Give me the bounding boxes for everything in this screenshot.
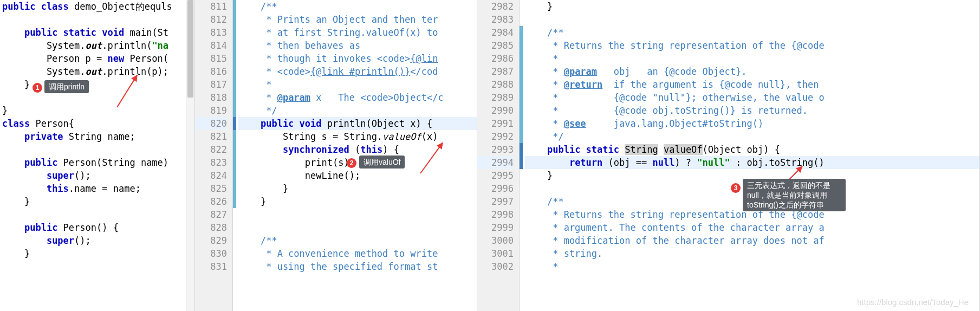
code-line[interactable]: * A convenience method to write [238,247,477,260]
code-area-1[interactable]: public class demo_Object的equls public st… [0,0,194,311]
line-number: 812 [195,13,227,26]
line-number: 2992 [477,130,514,143]
code-line[interactable]: public Person(String name) [2,156,194,169]
line-number: 823 [195,156,227,169]
code-line[interactable]: Person p = new Person( [2,52,194,65]
code-line[interactable]: } [525,0,979,13]
code-line[interactable] [238,221,477,234]
code-line[interactable]: private String name; [2,130,194,143]
line-number: 813 [195,26,227,39]
line-number: 818 [195,91,227,104]
code-line[interactable]: super(); [2,169,194,182]
code-line[interactable]: * using the specified format st [238,260,477,273]
code-line[interactable]: * Returns the string representation of t… [525,39,979,52]
code-line[interactable]: * string. [525,247,979,260]
code-area-3[interactable]: } /** * Returns the string representatio… [520,0,979,311]
line-number: 2999 [477,221,514,234]
code-line[interactable]: * <code>{@link #println()}</cod [238,65,477,78]
code-line[interactable]: * {@code "null"}; otherwise, the value o [525,91,979,104]
code-line[interactable]: * though it invokes <code>{@lin [238,52,477,65]
code-line[interactable]: * Prints an Object and then ter [238,13,477,26]
line-gutter-3: 2982298329842985298629872988298929902991… [477,0,520,311]
code-line[interactable]: public class demo_Object的equls [2,0,194,13]
code-line[interactable]: this.name = name; [2,182,194,195]
line-number: 2984 [477,26,514,39]
code-line[interactable]: * modification of the character array do… [525,234,979,247]
code-line[interactable]: public void println(Object x) { [238,117,477,130]
watermark-text: https://blog.csdn.net/Today_He [857,297,969,307]
line-number: 811 [195,0,227,13]
code-line[interactable] [2,208,194,221]
change-marker [520,143,523,156]
line-number: 2994 [477,156,514,169]
line-number: 824 [195,169,227,182]
line-number: 3001 [477,247,514,260]
code-line[interactable]: /** [525,26,979,39]
code-line[interactable]: * @see java.lang.Object#toString() [525,117,979,130]
code-line[interactable]: public Person() { [2,221,194,234]
code-line[interactable] [2,91,194,104]
change-marker [520,156,523,169]
scrollbar-1[interactable] [186,0,194,311]
code-line[interactable]: System.out.println("na [2,39,194,52]
line-number: 2987 [477,65,514,78]
code-line[interactable]: * argument. The contents of the characte… [525,221,979,234]
code-line[interactable]: } [238,195,477,208]
line-number: 3000 [477,234,514,247]
code-line[interactable]: * then behaves as [238,39,477,52]
line-number: 2995 [477,169,514,182]
code-line[interactable]: * at first String.valueOf(x) to [238,26,477,39]
code-line[interactable]: } [2,247,194,260]
line-number: 826 [195,195,227,208]
code-line[interactable]: } [238,182,477,195]
code-area-2[interactable]: /** * Prints an Object and then ter * at… [233,0,477,311]
code-line[interactable] [2,143,194,156]
line-number: 2988 [477,78,514,91]
code-line[interactable]: * @param obj an {@code Object}. [525,65,979,78]
code-line[interactable]: * {@code obj.toString()} is returned. [525,104,979,117]
code-line[interactable] [2,13,194,26]
line-number: 3002 [477,260,514,273]
annotation-tooltip-2: 调用valuOf [359,156,405,169]
code-line[interactable]: } [2,78,194,91]
change-marker [520,39,523,52]
code-line[interactable]: /** [238,234,477,247]
code-line[interactable]: * @return if the argument is {@code null… [525,78,979,91]
code-line[interactable]: * [525,52,979,65]
code-line[interactable]: */ [525,130,979,143]
code-line[interactable]: class Person{ [2,117,194,130]
code-line[interactable]: System.out.println(p); [2,65,194,78]
change-marker [520,130,523,143]
code-line[interactable]: */ [238,104,477,117]
code-line[interactable]: return (obj == null) ? "null" : obj.toSt… [525,156,979,169]
annotation-tooltip-3: 三元表达式，返回的不是null，就是当前对象调用toString()之后的字符串 [743,179,846,211]
code-line[interactable]: public static void main(St [2,26,194,39]
line-number: 2985 [477,39,514,52]
change-marker [520,65,523,78]
code-line[interactable]: * [525,260,979,273]
code-line[interactable]: super(); [2,234,194,247]
change-marker [520,26,523,39]
change-marker [520,117,523,130]
line-number: 816 [195,65,227,78]
code-line[interactable]: public static String valueOf(Object obj)… [525,143,979,156]
code-line[interactable]: /** [238,0,477,13]
annotation-badge-3: 3 [731,183,741,193]
line-number: 2989 [477,91,514,104]
code-line[interactable] [238,208,477,221]
code-line[interactable] [525,13,979,26]
line-number: 829 [195,234,227,247]
code-line[interactable]: * [238,78,477,91]
code-line[interactable]: } [2,104,194,117]
line-number: 815 [195,52,227,65]
code-line[interactable]: * @param x The <code>Object</c [238,91,477,104]
line-number: 830 [195,247,227,260]
code-line[interactable]: } [2,195,194,208]
annotation-badge-2: 2 [347,158,356,168]
code-line[interactable]: newLine(); [238,169,477,182]
scrollbar-thumb[interactable] [187,0,193,98]
annotation-badge-1: 1 [33,83,42,93]
line-number: 2990 [477,104,514,117]
line-number: 2998 [477,208,514,221]
code-line[interactable]: print(s); [238,156,477,169]
